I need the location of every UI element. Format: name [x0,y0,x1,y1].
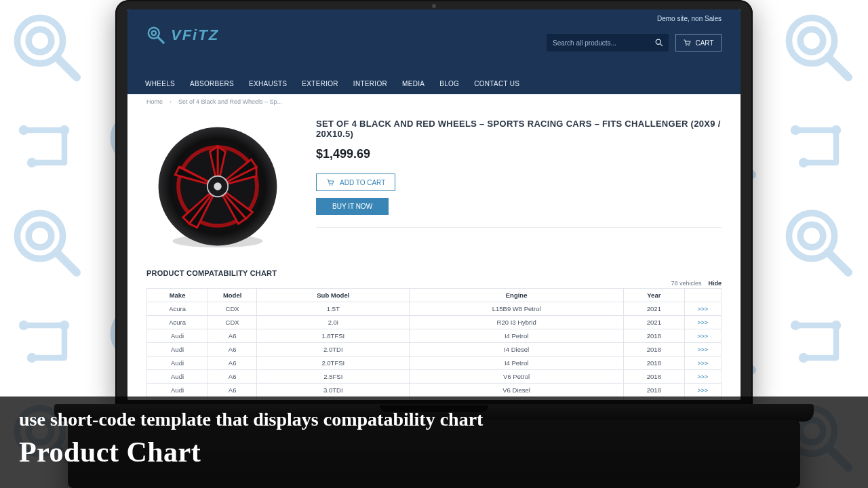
svg-point-150 [332,184,333,186]
nav-exhausts[interactable]: EXHAUSTS [249,80,287,87]
cell-year: 2021 [623,316,684,329]
nav-contact[interactable]: CONTACT US [474,80,519,87]
divider [316,227,722,228]
col-submodel: Sub Model [257,289,410,302]
svg-point-52 [799,158,808,167]
svg-point-27 [19,125,28,135]
cell-more[interactable]: >>> [684,357,721,370]
col-more [684,289,721,302]
search-input[interactable] [547,39,650,47]
svg-point-1 [28,29,52,52]
bg-pattern-icon [0,293,96,390]
cell-year: 2018 [623,329,684,343]
bg-pattern-icon [772,0,868,98]
search-bar[interactable] [547,34,669,52]
breadcrumb: Home › Set of 4 Black and Red Wheels – S… [146,98,722,105]
product-title: SET OF 4 BLACK AND RED WHEELS – SPORTS R… [316,119,722,139]
bg-pattern-icon [772,98,868,195]
svg-point-106 [799,353,808,363]
cell-make: Audi [147,357,208,370]
table-row: AudiA62.0TFSII4 Petrol2018>>> [147,357,722,370]
svg-point-28 [27,158,37,167]
cart-button[interactable]: CART [675,34,722,52]
compat-count: 78 vehicles [671,280,701,287]
svg-point-148 [214,182,221,190]
svg-point-138 [656,39,660,44]
breadcrumb-home[interactable]: Home [146,98,163,105]
logo-icon [145,24,167,46]
cell-more[interactable]: >>> [684,343,721,357]
add-to-cart-label: ADD TO CART [340,179,385,186]
bg-pattern-icon [0,0,96,98]
cell-make: Audi [147,329,208,343]
table-row: AcuraCDX1.5TL15B9 W8 Petrol2021>>> [147,302,722,316]
site-header: Demo site, non Sales VFiTZ [127,9,741,94]
cell-year: 2018 [623,357,684,370]
cell-more[interactable]: >>> [684,316,721,329]
nav-media[interactable]: MEDIA [402,80,425,87]
add-to-cart-button[interactable]: ADD TO CART [316,174,395,191]
cell-more[interactable]: >>> [684,370,721,384]
svg-point-51 [791,125,800,135]
cell-more[interactable]: >>> [684,329,721,343]
cell-year: 2018 [623,343,684,357]
cell-sub: 2.0TFSI [257,357,410,370]
demo-notice: Demo site, non Sales [657,15,722,22]
cell-model: A6 [208,357,257,370]
nav-interior[interactable]: INTERIOR [353,80,387,87]
cell-year: 2021 [623,302,684,316]
svg-point-79 [800,224,823,247]
table-row: AcuraCDX2.0iR20 I3 Hybrid2021>>> [147,316,722,329]
nav-exterior[interactable]: EXTERIOR [302,80,338,87]
site-logo[interactable]: VFiTZ [145,22,219,49]
nav-wheels[interactable]: WHEELS [145,80,175,87]
cell-make: Audi [147,370,208,384]
browser-viewport: Demo site, non Sales VFiTZ [127,9,741,400]
cell-make: Acura [147,302,208,316]
svg-point-82 [27,353,37,363]
table-row: AudiA61.8TFSII4 Petrol2018>>> [147,329,722,343]
cell-model: A6 [208,384,257,397]
table-row: AudiA63.0TDIV6 Diesel2018>>> [147,384,722,397]
buy-now-button[interactable]: BUY IT NOW [316,198,389,215]
cell-make: Acura [147,316,208,329]
cell-more[interactable]: >>> [684,302,721,316]
col-model: Model [208,289,257,302]
nav-absorbers[interactable]: ABSORBERS [190,80,234,87]
cell-more[interactable]: >>> [684,384,721,397]
cell-engine: I4 Petrol [410,329,623,343]
compat-hide-toggle[interactable]: Hide [708,280,722,287]
cell-model: A6 [208,343,257,357]
laptop-camera [432,4,436,8]
bg-pattern-icon [0,195,96,293]
col-year: Year [623,289,684,302]
site-body: Home › Set of 4 Black and Red Wheels – S… [127,94,741,400]
product-image[interactable] [146,119,289,254]
svg-line-80 [828,252,848,272]
col-engine: Engine [410,289,623,302]
caption-line1: use short-code template that displays co… [19,409,849,430]
cell-engine: I4 Petrol [410,357,623,370]
search-button[interactable] [650,34,668,52]
cell-sub: 2.0TDI [257,343,410,357]
search-icon [655,39,663,47]
cell-model: A6 [208,329,257,343]
nav-blog[interactable]: BLOG [439,80,459,87]
bg-pattern-icon [772,195,868,293]
cell-sub: 1.8TFSI [257,329,410,343]
svg-point-55 [28,224,52,247]
table-row: AudiA62.0TDII4 Diesel2018>>> [147,343,722,357]
chevron-right-icon: › [170,98,172,105]
caption-line2: Product Chart [19,436,849,468]
cell-make: Audi [147,343,208,357]
svg-point-25 [800,29,823,52]
cell-year: 2018 [623,370,684,384]
cell-sub: 2.5FSI [257,370,410,384]
cart-icon [683,39,691,47]
svg-line-2 [56,57,77,77]
logo-text: VFiTZ [171,26,219,44]
svg-point-83 [60,321,69,330]
svg-point-136 [152,31,156,35]
cell-year: 2018 [623,384,684,397]
cell-engine: L15B9 W8 Petrol [410,302,623,316]
